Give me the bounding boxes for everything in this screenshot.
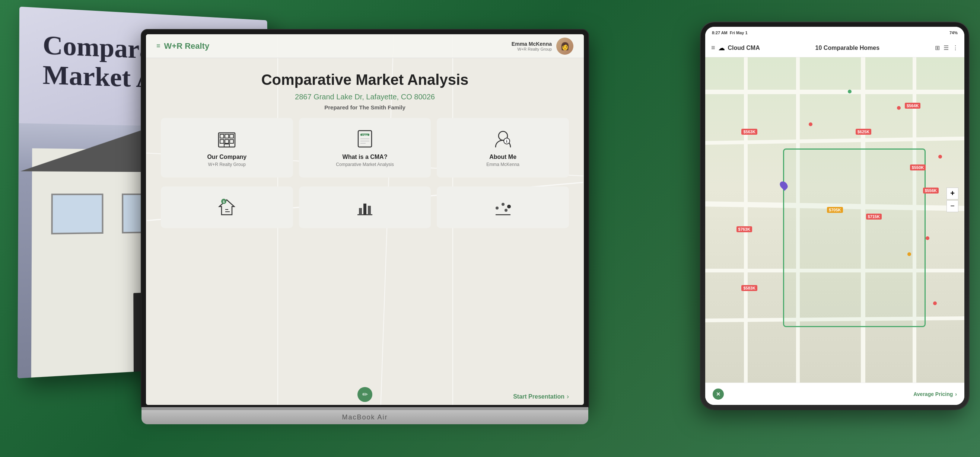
price-badge-7: $763K [737, 226, 752, 232]
svg-rect-22 [359, 208, 362, 215]
arrow-right-icon: › [567, 393, 569, 400]
svg-text:$: $ [223, 200, 225, 203]
svg-point-28 [507, 205, 511, 208]
user-info: Emma McKenna W+R Realty Group [512, 41, 552, 51]
avg-pricing-label: Average Pricing [913, 391, 953, 397]
start-presentation-button[interactable]: Start Presentation [513, 394, 565, 400]
svg-rect-1 [220, 134, 224, 138]
tablet-screen: 8:27 AM Fri May 1 74% ≡ ☁ Cloud CMA 10 C… [705, 27, 964, 405]
price-badge-8: $705K [827, 207, 843, 213]
tablet: 8:27 AM Fri May 1 74% ≡ ☁ Cloud CMA 10 C… [701, 22, 969, 409]
avg-pricing-arrow: › [955, 391, 957, 397]
person-icon: ℹ [493, 129, 514, 149]
screen-cards-row2: $ [161, 186, 569, 228]
tablet-navbar: ≡ ☁ Cloud CMA 10 Comparable Homes ⊞ ☰ ⋮ [705, 39, 964, 57]
cma-doc-icon: CMA [355, 129, 375, 149]
zoom-controls: + − [947, 187, 958, 212]
svg-rect-3 [230, 134, 234, 138]
tablet-nav-left: ≡ ☁ Cloud CMA [711, 44, 760, 52]
user-company: W+R Realty Group [512, 47, 552, 51]
house-dollar-icon: $ [216, 197, 237, 218]
svg-rect-4 [220, 140, 224, 143]
zoom-in-button[interactable]: + [947, 187, 958, 200]
edit-fab[interactable]: ✏ [358, 387, 372, 402]
svg-point-29 [504, 209, 508, 212]
house-window-left [51, 194, 103, 235]
svg-text:CMA: CMA [362, 134, 368, 136]
laptop-screen-outer: ≡ W+R Realty Emma McKenna W+R Realty Gro… [142, 30, 588, 407]
avg-pricing-button[interactable]: Average Pricing › [913, 391, 957, 397]
tablet-status-bar: 8:27 AM Fri May 1 74% [705, 27, 964, 39]
grid-icon[interactable]: ⊞ [935, 44, 940, 51]
tablet-highlight-area [783, 149, 926, 327]
card-our-company[interactable]: Our Company W+R Realty Group [161, 118, 293, 178]
tablet-bottom-bar: ✕ Average Pricing › [705, 382, 964, 405]
price-badge-3: $563K [741, 129, 757, 135]
nav-brand: ≡ W+R Realty [156, 41, 209, 51]
screen-content: Comparative Market Analysis 2867 Grand L… [146, 58, 584, 405]
nav-user: Emma McKenna W+R Realty Group 👩 [512, 38, 573, 55]
start-presentation-bar: Start Presentation › [513, 393, 569, 400]
tablet-nav-icons: ⊞ ☰ ⋮ [935, 44, 958, 51]
laptop-screen: ≡ W+R Realty Emma McKenna W+R Realty Gro… [146, 34, 584, 405]
screen-prepared-for: Prepared for The Smith Family [324, 104, 406, 111]
tablet-road-v1 [744, 57, 748, 382]
svg-rect-23 [363, 203, 366, 215]
svg-rect-2 [225, 134, 229, 138]
price-badge-9: $583K [741, 285, 757, 291]
dot-5 [926, 236, 929, 240]
card-chart[interactable] [299, 186, 431, 228]
svg-text:ℹ: ℹ [506, 139, 508, 143]
tablet-map[interactable]: $564K $625K $563K $550K $556K $715K $763… [705, 57, 964, 382]
card-company-subtitle: W+R Realty Group [208, 162, 246, 167]
chart-icon [355, 197, 375, 218]
tablet-body: 8:27 AM Fri May 1 74% ≡ ☁ Cloud CMA 10 C… [701, 22, 969, 409]
tablet-nav-title: 10 Comparable Homes [815, 44, 880, 51]
list-icon[interactable]: ☰ [943, 44, 949, 51]
status-time: 8:27 AM Fri May 1 [712, 30, 748, 35]
screen-title: Comparative Market Analysis [261, 71, 469, 88]
user-name: Emma McKenna [512, 41, 552, 47]
hamburger-icon-tablet[interactable]: ≡ [711, 44, 715, 52]
laptop-body: MacBook Air [142, 410, 588, 424]
screen-cards-row1: Our Company W+R Realty Group CMA [161, 118, 569, 178]
building-icon [216, 129, 237, 149]
card-pricing[interactable]: $ [161, 186, 293, 228]
card-dots[interactable] [437, 186, 569, 228]
card-about-title: About Me [489, 154, 516, 160]
close-button[interactable]: ✕ [713, 389, 724, 400]
zoom-out-button[interactable]: − [947, 200, 958, 212]
laptop-hinge [142, 407, 588, 410]
svg-point-27 [501, 203, 504, 206]
dot-7 [933, 301, 937, 305]
svg-rect-5 [225, 140, 229, 143]
price-badge-5: $556K [923, 187, 939, 194]
svg-rect-24 [368, 206, 371, 215]
card-about-subtitle: Emma McKenna [486, 162, 519, 167]
tablet-logo: Cloud CMA [728, 44, 760, 51]
laptop-navbar: ≡ W+R Realty Emma McKenna W+R Realty Gro… [146, 34, 584, 58]
card-what-is-cma[interactable]: CMA What is a CMA? Comparative Market An… [299, 118, 431, 178]
status-battery: 74% [950, 30, 958, 35]
hamburger-icon[interactable]: ≡ [156, 42, 161, 50]
card-cma-subtitle: Comparative Market Analysis [336, 162, 394, 167]
more-icon[interactable]: ⋮ [953, 44, 958, 51]
card-cma-title: What is a CMA? [342, 154, 388, 160]
laptop-model-label: MacBook Air [342, 413, 388, 421]
screen-address: 2867 Grand Lake Dr, Lafayette, CO 80026 [295, 93, 435, 101]
price-badge-6: $715K [866, 214, 882, 220]
dots-icon [493, 197, 514, 218]
price-badge-2: $625K [856, 129, 871, 135]
brand-name: W+R Realty [164, 41, 210, 51]
price-badge-4: $550K [910, 165, 926, 170]
svg-rect-6 [230, 140, 234, 143]
card-company-title: Our Company [207, 154, 247, 160]
card-about-me[interactable]: ℹ About Me Emma McKenna [437, 118, 569, 178]
avatar: 👩 [556, 38, 573, 55]
svg-point-26 [496, 206, 499, 209]
laptop: ≡ W+R Realty Emma McKenna W+R Realty Gro… [142, 30, 588, 424]
price-badge-1: $564K [905, 103, 920, 109]
